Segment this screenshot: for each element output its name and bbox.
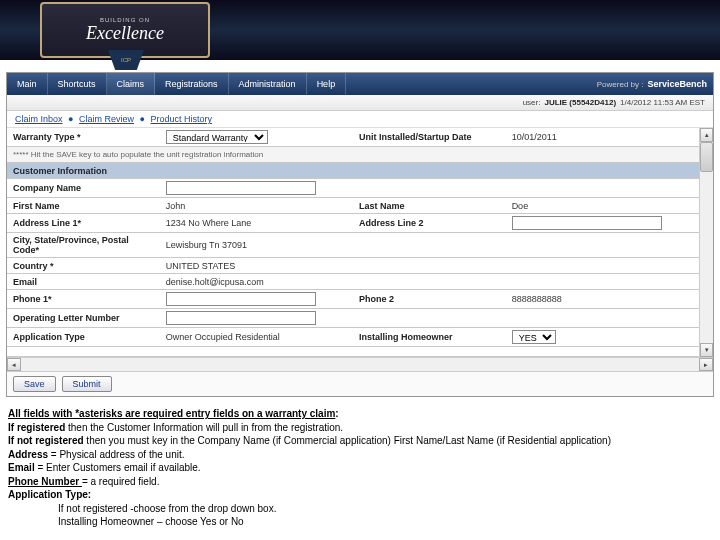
form-area: Warranty Type * Standard Warranty Unit I… bbox=[7, 128, 713, 357]
row-country: Country * UNITED STATES bbox=[7, 258, 699, 274]
apptype-label: Application Type bbox=[7, 328, 160, 347]
last-name-label: Last Name bbox=[353, 198, 506, 214]
breadcrumb: Claim Inbox ● Claim Review ● Product His… bbox=[7, 111, 713, 128]
instr-l6a: Phone Number bbox=[8, 476, 82, 487]
user-name: JULIE (55542D412) bbox=[544, 98, 616, 107]
scroll-right-icon[interactable]: ▸ bbox=[699, 358, 713, 371]
row-phone: Phone 1* Phone 2 8888888888 bbox=[7, 290, 699, 309]
scroll-left-icon[interactable]: ◂ bbox=[7, 358, 21, 371]
row-warranty-type: Warranty Type * Standard Warranty Unit I… bbox=[7, 128, 699, 147]
unit-date-value: 10/01/2011 bbox=[506, 128, 699, 147]
instr-l8: If not registered -choose from the drop … bbox=[58, 502, 712, 516]
nav-main[interactable]: Main bbox=[7, 73, 48, 95]
apptype-value: Owner Occupied Residential bbox=[160, 328, 353, 347]
addr1-label: Address Line 1* bbox=[7, 214, 160, 233]
oln-input[interactable] bbox=[166, 311, 316, 325]
city-label: City, State/Province, Postal Code* bbox=[7, 233, 160, 258]
powered-brand: ServiceBench bbox=[647, 79, 707, 89]
breadcrumb-claim-inbox[interactable]: Claim Inbox bbox=[15, 114, 63, 124]
save-button[interactable]: Save bbox=[13, 376, 56, 392]
row-apptype: Application Type Owner Occupied Resident… bbox=[7, 328, 699, 347]
user-label: user: bbox=[523, 98, 541, 107]
logo-badge: BUILDING ON Excellence bbox=[40, 2, 210, 58]
row-address: Address Line 1* 1234 No Where Lane Addre… bbox=[7, 214, 699, 233]
first-name-label: First Name bbox=[7, 198, 160, 214]
row-name: First Name John Last Name Doe bbox=[7, 198, 699, 214]
country-label: Country * bbox=[7, 258, 160, 274]
scroll-down-icon[interactable]: ▾ bbox=[700, 343, 713, 357]
breadcrumb-sep: ● bbox=[68, 114, 73, 124]
submit-button[interactable]: Submit bbox=[62, 376, 112, 392]
nav-registrations[interactable]: Registrations bbox=[155, 73, 229, 95]
nav-claims[interactable]: Claims bbox=[107, 73, 156, 95]
nav-help[interactable]: Help bbox=[307, 73, 347, 95]
instr-l5a: Email bbox=[8, 462, 35, 473]
breadcrumb-claim-review[interactable]: Claim Review bbox=[79, 114, 134, 124]
warranty-type-select[interactable]: Standard Warranty bbox=[166, 130, 268, 144]
addr2-input[interactable] bbox=[512, 216, 662, 230]
user-bar: user: JULIE (55542D412) 1/4/2012 11:53 A… bbox=[7, 95, 713, 111]
scroll-up-icon[interactable]: ▴ bbox=[700, 128, 713, 142]
app-frame: Main Shortcuts Claims Registrations Admi… bbox=[6, 72, 714, 397]
instr-l5b: = Enter Customers email if available. bbox=[35, 462, 201, 473]
instr-l7: Application Type: bbox=[8, 489, 91, 500]
instr-l3b: then you must key in the Company Name (i… bbox=[84, 435, 611, 446]
addr2-label: Address Line 2 bbox=[353, 214, 506, 233]
instr-l9: Installing Homeowner – choose Yes or No bbox=[58, 515, 712, 529]
nav-bar: Main Shortcuts Claims Registrations Admi… bbox=[7, 73, 713, 95]
first-name-value: John bbox=[160, 198, 353, 214]
row-company: Company Name bbox=[7, 179, 699, 198]
instr-l1a: All fields with *asterisks are required … bbox=[8, 408, 335, 419]
email-value: denise.holt@icpusa.com bbox=[160, 274, 699, 290]
city-value: Lewisburg Tn 37091 bbox=[160, 233, 699, 258]
instr-l2b: then the Customer Information will pull … bbox=[65, 422, 343, 433]
instr-l2a: If registered bbox=[8, 422, 65, 433]
row-city: City, State/Province, Postal Code* Lewis… bbox=[7, 233, 699, 258]
breadcrumb-sep: ● bbox=[140, 114, 145, 124]
instr-l4a: Address bbox=[8, 449, 48, 460]
form-table: Warranty Type * Standard Warranty Unit I… bbox=[7, 128, 699, 357]
section-customer-label: Customer Information bbox=[7, 163, 699, 179]
nav-administration[interactable]: Administration bbox=[229, 73, 307, 95]
powered-label: Powered by : bbox=[597, 80, 644, 89]
powered-by: Powered by : ServiceBench bbox=[597, 73, 713, 95]
section-customer-info: Customer Information bbox=[7, 163, 699, 179]
hint-text: ***** Hit the SAVE key to auto populate … bbox=[7, 147, 699, 163]
user-timestamp: 1/4/2012 11:53 AM EST bbox=[620, 98, 705, 107]
phone2-label: Phone 2 bbox=[353, 290, 506, 309]
instr-l6b: = a required field. bbox=[82, 476, 160, 487]
vertical-scrollbar[interactable]: ▴ ▾ bbox=[699, 128, 713, 357]
last-name-value: Doe bbox=[506, 198, 699, 214]
oln-label: Operating Letter Number bbox=[7, 309, 160, 328]
logo-main-text: Excellence bbox=[86, 23, 164, 44]
row-email: Email denise.holt@icpusa.com bbox=[7, 274, 699, 290]
horizontal-scrollbar[interactable]: ◂ ▸ bbox=[7, 357, 713, 371]
company-label: Company Name bbox=[7, 179, 160, 198]
header-banner: BUILDING ON Excellence ICP bbox=[0, 0, 720, 60]
row-oln: Operating Letter Number bbox=[7, 309, 699, 328]
unit-date-label: Unit Installed/Startup Date bbox=[353, 128, 506, 147]
nav-shortcuts[interactable]: Shortcuts bbox=[48, 73, 107, 95]
warranty-type-label: Warranty Type * bbox=[7, 128, 160, 147]
insthome-label: Installing Homeowner bbox=[353, 328, 506, 347]
instr-l4b: = Physical address of the unit. bbox=[48, 449, 184, 460]
button-bar: Save Submit bbox=[7, 371, 713, 396]
insthome-select[interactable]: YES bbox=[512, 330, 556, 344]
email-label: Email bbox=[7, 274, 160, 290]
country-value: UNITED STATES bbox=[160, 258, 699, 274]
row-hint: ***** Hit the SAVE key to auto populate … bbox=[7, 147, 699, 163]
phone1-label: Phone 1* bbox=[7, 290, 160, 309]
scroll-thumb[interactable] bbox=[700, 142, 713, 172]
instr-l3a: If not registered bbox=[8, 435, 84, 446]
phone2-value: 8888888888 bbox=[506, 290, 699, 309]
phone1-input[interactable] bbox=[166, 292, 316, 306]
instr-l1b: : bbox=[335, 408, 338, 419]
logo-ribbon: ICP bbox=[108, 50, 144, 70]
breadcrumb-product-history[interactable]: Product History bbox=[150, 114, 212, 124]
company-input[interactable] bbox=[166, 181, 316, 195]
addr1-value: 1234 No Where Lane bbox=[160, 214, 353, 233]
instructions-text: All fields with *asterisks are required … bbox=[0, 401, 720, 535]
row-blank bbox=[7, 347, 699, 357]
